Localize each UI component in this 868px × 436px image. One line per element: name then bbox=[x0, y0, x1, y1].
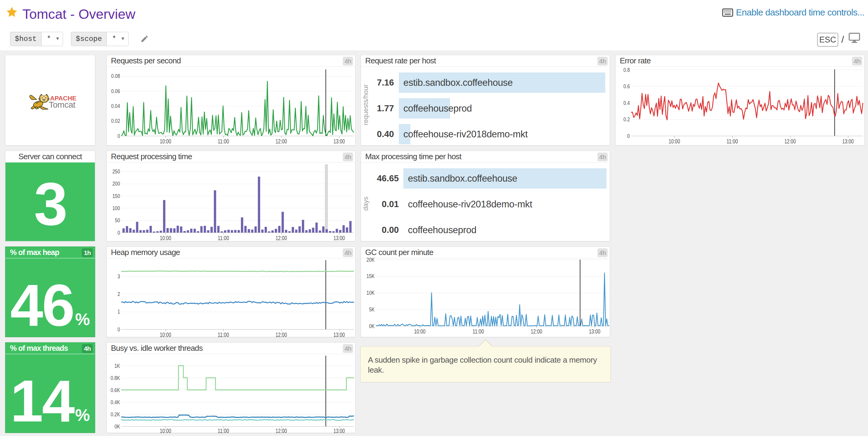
svg-text:0.2K: 0.2K bbox=[111, 411, 120, 417]
svg-text:0.06: 0.06 bbox=[111, 88, 120, 94]
svg-text:0.02: 0.02 bbox=[111, 118, 120, 124]
svg-text:11:00: 11:00 bbox=[472, 328, 484, 335]
svg-text:13:00: 13:00 bbox=[333, 138, 345, 145]
svg-text:10:00: 10:00 bbox=[160, 138, 171, 145]
svg-text:2: 2 bbox=[118, 291, 120, 297]
svg-text:13:00: 13:00 bbox=[333, 428, 345, 433]
svg-text:0.04: 0.04 bbox=[111, 103, 120, 109]
svg-text:12:00: 12:00 bbox=[276, 331, 287, 338]
svg-text:0: 0 bbox=[118, 326, 120, 332]
svg-text:250: 250 bbox=[113, 168, 120, 175]
svg-text:11:00: 11:00 bbox=[218, 235, 229, 241]
svg-text:0.6K: 0.6K bbox=[111, 387, 120, 393]
svg-text:13:00: 13:00 bbox=[333, 235, 345, 241]
svg-text:12:00: 12:00 bbox=[531, 328, 542, 335]
svg-text:200: 200 bbox=[113, 180, 120, 187]
svg-text:10:00: 10:00 bbox=[414, 328, 426, 335]
svg-text:11:00: 11:00 bbox=[218, 138, 229, 145]
svg-text:11:00: 11:00 bbox=[218, 428, 229, 433]
svg-text:15K: 15K bbox=[366, 273, 375, 279]
svg-text:1K: 1K bbox=[115, 362, 120, 369]
svg-text:10K: 10K bbox=[366, 290, 375, 296]
svg-text:10:00: 10:00 bbox=[160, 235, 171, 241]
svg-text:0.8K: 0.8K bbox=[111, 375, 120, 381]
svg-text:12:00: 12:00 bbox=[276, 235, 287, 241]
svg-text:0K: 0K bbox=[115, 423, 120, 430]
svg-text:13:00: 13:00 bbox=[589, 328, 600, 335]
svg-text:5K: 5K bbox=[369, 306, 375, 313]
svg-text:11:00: 11:00 bbox=[218, 331, 229, 338]
svg-text:100: 100 bbox=[113, 205, 120, 211]
svg-text:Tomcat: Tomcat bbox=[49, 100, 75, 110]
svg-text:0: 0 bbox=[118, 133, 120, 139]
svg-text:0.4: 0.4 bbox=[623, 100, 630, 106]
svg-text:12:00: 12:00 bbox=[276, 428, 287, 433]
svg-text:13:00: 13:00 bbox=[333, 331, 345, 338]
svg-text:11:00: 11:00 bbox=[726, 138, 738, 145]
svg-text:3: 3 bbox=[118, 273, 120, 280]
svg-text:150: 150 bbox=[113, 193, 120, 199]
svg-text:50: 50 bbox=[115, 217, 120, 224]
svg-text:10:00: 10:00 bbox=[669, 138, 680, 145]
svg-text:0: 0 bbox=[118, 230, 120, 236]
svg-text:0K: 0K bbox=[369, 323, 375, 329]
svg-text:0.2: 0.2 bbox=[623, 116, 630, 122]
svg-text:10:00: 10:00 bbox=[160, 331, 171, 338]
svg-text:0.6: 0.6 bbox=[623, 83, 630, 89]
svg-text:1: 1 bbox=[118, 308, 120, 315]
svg-text:10:00: 10:00 bbox=[160, 428, 171, 433]
svg-text:0.4K: 0.4K bbox=[111, 399, 120, 405]
svg-text:0: 0 bbox=[627, 133, 630, 139]
svg-text:12:00: 12:00 bbox=[784, 138, 796, 145]
svg-text:0.8: 0.8 bbox=[623, 67, 630, 73]
svg-text:20K: 20K bbox=[366, 257, 375, 263]
svg-text:12:00: 12:00 bbox=[276, 138, 287, 145]
svg-text:0.08: 0.08 bbox=[111, 73, 120, 79]
svg-text:13:00: 13:00 bbox=[842, 138, 854, 145]
